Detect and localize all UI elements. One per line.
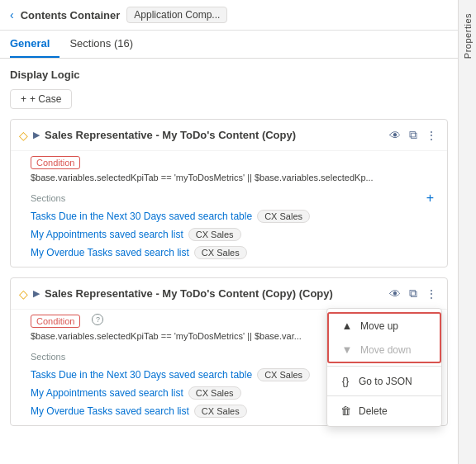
tabs-bar: General Sections (16) xyxy=(0,31,458,59)
page-title: Contents Container xyxy=(21,9,121,21)
diamond-icon: ◇ xyxy=(19,129,28,142)
section-link[interactable]: Tasks Due in the Next 30 Days saved sear… xyxy=(31,211,252,222)
menu-item-go-to-json[interactable]: {} Go to JSON xyxy=(327,369,441,393)
menu-divider xyxy=(327,395,441,396)
section-link[interactable]: My Appointments saved search list xyxy=(31,387,183,399)
section-badge: CX Sales xyxy=(257,210,310,223)
menu-divider xyxy=(327,366,441,367)
case-item: ◇ ▶ Sales Representative - My ToDo's Con… xyxy=(10,277,448,426)
header-badge: Application Comp... xyxy=(126,7,227,23)
header: ‹ Contents Container Application Comp... xyxy=(0,0,458,31)
section-row: Tasks Due in the Next 30 Days saved sear… xyxy=(31,209,310,224)
copy-icon[interactable]: ⧉ xyxy=(407,126,419,144)
eye-icon[interactable]: 👁 xyxy=(388,127,402,144)
case-name: Sales Representative - My ToDo's Content… xyxy=(45,287,383,300)
add-case-button[interactable]: + + Case xyxy=(10,89,72,109)
sections-add-button[interactable]: + xyxy=(426,191,439,206)
section-badge: CX Sales xyxy=(194,246,247,259)
expand-icon[interactable]: ▶ xyxy=(33,288,40,299)
section-badge: CX Sales xyxy=(188,386,241,400)
eye-icon[interactable]: 👁 xyxy=(388,286,402,302)
section-link[interactable]: My Appointments saved search list xyxy=(31,229,183,240)
body-content: Display Logic + + Case ◇ ▶ Sales Represe… xyxy=(0,59,458,464)
json-icon: {} xyxy=(339,375,352,387)
copy-icon[interactable]: ⧉ xyxy=(407,285,419,302)
expand-icon[interactable]: ▶ xyxy=(33,130,40,140)
tab-general[interactable]: General xyxy=(10,31,60,58)
menu-item-delete[interactable]: 🗑 Delete xyxy=(327,399,441,423)
move-down-icon: ▼ xyxy=(340,343,354,356)
section-link[interactable]: Tasks Due in the Next 30 Days saved sear… xyxy=(31,369,252,381)
case-header: ◇ ▶ Sales Representative - My ToDo's Con… xyxy=(11,120,447,151)
more-icon[interactable]: ⋮ xyxy=(424,127,439,144)
move-up-icon: ▲ xyxy=(340,320,354,332)
delete-icon: 🗑 xyxy=(339,405,352,417)
case-header: ◇ ▶ Sales Representative - My ToDo's Con… xyxy=(11,278,447,310)
condition-badge[interactable]: Condition xyxy=(31,156,80,169)
section-row: My Overdue Tasks saved search list CX Sa… xyxy=(31,404,247,419)
plus-icon: + xyxy=(21,93,26,105)
section-link[interactable]: My Overdue Tasks saved search list xyxy=(31,405,189,417)
diamond-icon: ◇ xyxy=(19,287,28,301)
properties-label: Properties xyxy=(463,7,473,65)
section-link[interactable]: My Overdue Tasks saved search list xyxy=(31,247,189,258)
display-logic-title: Display Logic xyxy=(10,69,448,81)
properties-sidebar: Properties xyxy=(458,0,476,464)
section-row: My Appointments saved search list CX Sal… xyxy=(31,386,241,400)
condition-badge[interactable]: Condition xyxy=(31,315,80,328)
context-menu: ▲ Move up ▼ Move down {} Go to JSON 🗑 xyxy=(326,308,442,427)
menu-item-move-down[interactable]: ▼ Move down xyxy=(329,338,440,362)
help-icon[interactable]: ? xyxy=(92,314,103,325)
back-button[interactable]: ‹ xyxy=(10,8,14,21)
section-tags: Tasks Due in the Next 30 Days saved sear… xyxy=(11,207,447,267)
case-name: Sales Representative - My ToDo's Content… xyxy=(45,129,383,141)
section-badge: CX Sales xyxy=(188,228,241,241)
section-row: My Overdue Tasks saved search list CX Sa… xyxy=(31,245,247,260)
section-badge: CX Sales xyxy=(194,405,247,418)
case-item: ◇ ▶ Sales Representative - My ToDo's Con… xyxy=(10,119,448,268)
case-actions: 👁 ⧉ ⋮ xyxy=(388,285,439,302)
tab-sections[interactable]: Sections (16) xyxy=(69,31,143,58)
section-row: Tasks Due in the Next 30 Days saved sear… xyxy=(31,367,310,382)
sections-label: Sections + xyxy=(11,187,447,207)
section-badge: CX Sales xyxy=(257,368,310,381)
menu-item-move-up[interactable]: ▲ Move up xyxy=(329,314,440,338)
more-icon[interactable]: ⋮ xyxy=(424,286,439,302)
section-row: My Appointments saved search list CX Sal… xyxy=(31,227,241,242)
condition-value: $base.variables.selectedKpiTab == 'myToD… xyxy=(11,171,447,187)
case-actions: 👁 ⧉ ⋮ xyxy=(388,126,439,144)
